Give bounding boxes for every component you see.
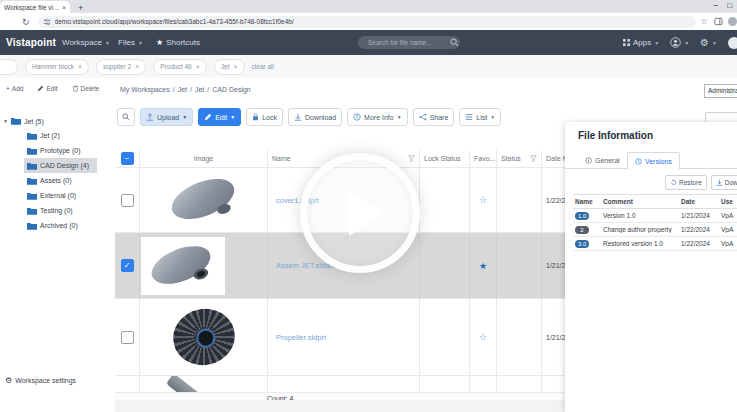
tree-item-prototype[interactable]: Prototype (0) <box>24 143 97 158</box>
version-row[interactable]: 2 Change author property 1/22/2024 VpA <box>573 223 737 237</box>
thumbnail-cell <box>140 376 268 392</box>
delete-folder-button[interactable]: Delete <box>72 85 100 92</box>
search-input[interactable] <box>366 38 452 47</box>
filter-chip[interactable]: Product 46 × <box>153 59 207 75</box>
thumbnail-cell <box>140 168 268 232</box>
filter-chip-partial[interactable] <box>0 59 18 75</box>
filter-chip-label: Product 46 <box>160 63 191 70</box>
row-checkbox[interactable]: ✓ <box>121 259 134 272</box>
user-menu[interactable]: ▼ <box>670 37 689 48</box>
breadcrumb-item[interactable]: Jet <box>195 86 204 93</box>
chevron-down-icon: ▼ <box>182 114 187 120</box>
share-button[interactable]: Share <box>413 108 455 126</box>
clear-all-filters[interactable]: clear all <box>252 63 274 70</box>
list-view-button[interactable]: List ▼ <box>459 108 501 126</box>
file-toolbar: Upload ▼ Edit ▼ Lock Download Mo <box>117 108 501 126</box>
filter-chip[interactable]: Hammer block × <box>25 59 89 75</box>
remove-chip-icon[interactable]: × <box>135 63 139 70</box>
lock-label: Lock <box>262 114 277 121</box>
filter-chip[interactable]: Jet × <box>214 59 245 75</box>
address-bar[interactable]: demo.vistapoint.cloud/app/workspace/file… <box>38 16 696 28</box>
breadcrumb-item[interactable]: My Workspaces <box>120 86 170 93</box>
column-header-favorite[interactable]: Favo... <box>470 150 497 167</box>
file-name-link[interactable]: Propeller.sldprt <box>268 333 326 342</box>
administrator-field[interactable]: Administrato <box>704 84 737 98</box>
remove-chip-icon[interactable]: × <box>196 63 200 70</box>
avatar[interactable] <box>728 37 737 49</box>
breadcrumb-item[interactable]: CAD Design <box>212 86 251 93</box>
edit-button[interactable]: Edit ▼ <box>198 108 241 126</box>
edit-folder-button[interactable]: Edit <box>37 85 57 92</box>
column-header-label: Status <box>501 155 521 162</box>
version-row[interactable]: 1.0 Version 1.0 1/21/2024 VpA <box>573 209 737 223</box>
new-tab-button[interactable]: + <box>78 3 83 13</box>
search-icon[interactable] <box>450 38 459 47</box>
tree-item-assets[interactable]: Assets (0) <box>24 173 97 188</box>
browser-profile-avatar[interactable] <box>728 17 737 26</box>
window-maximize-button[interactable]: □ <box>727 1 732 10</box>
star-outline-icon[interactable]: ☆ <box>479 332 487 342</box>
version-row[interactable]: 3.0 Restored version 1.0 1/22/2024 VpA <box>573 237 737 251</box>
tab-versions[interactable]: Versions <box>627 152 680 170</box>
select-all-checkbox[interactable]: − <box>121 152 134 165</box>
menu-files[interactable]: Files ▼ <box>118 38 143 47</box>
filter-funnel-icon[interactable] <box>408 155 415 162</box>
part-thumbnail-cone-assembly <box>146 241 220 291</box>
bookmark-star-icon[interactable]: ☆ <box>701 17 708 26</box>
status-cell <box>497 299 542 375</box>
share-label: Share <box>430 114 449 121</box>
upload-icon <box>146 113 154 121</box>
row-checkbox-cell <box>115 299 140 375</box>
filter-funnel-icon[interactable] <box>530 155 537 162</box>
app-logo[interactable]: Vistapoint <box>6 37 56 48</box>
star-outline-icon[interactable]: ☆ <box>479 195 487 205</box>
settings-menu[interactable]: ⚙ ▼ <box>700 37 717 48</box>
tree-item-external[interactable]: External (0) <box>24 188 97 203</box>
menu-shortcuts[interactable]: ★ Shortcuts <box>156 38 200 47</box>
side-panel-icon[interactable] <box>714 17 723 26</box>
lock-button[interactable]: Lock <box>246 108 283 126</box>
video-play-overlay[interactable] <box>300 153 420 273</box>
browser-tab[interactable]: Workspace file viewer × <box>0 1 70 13</box>
column-header-image[interactable]: Image <box>140 150 268 167</box>
tab-close-icon[interactable]: × <box>62 4 66 11</box>
tab-general[interactable]: General <box>578 152 627 168</box>
download-button[interactable]: Download <box>288 108 342 126</box>
row-checkbox[interactable] <box>121 194 134 207</box>
remove-chip-icon[interactable]: × <box>78 63 82 70</box>
chevron-down-icon[interactable]: ▼ <box>3 118 8 124</box>
tree-item-testing[interactable]: Testing (0) <box>24 203 97 218</box>
tree-item-jet[interactable]: Jet (2) <box>24 128 97 143</box>
tree-root-jet[interactable]: ▼ Jet (5) <box>0 114 115 128</box>
panel-actions: Restore Downl <box>665 175 737 190</box>
site-settings-icon[interactable] <box>43 18 51 26</box>
favorite-cell: ☆ <box>470 168 497 232</box>
breadcrumb-item[interactable]: Jet <box>178 86 187 93</box>
restore-button[interactable]: Restore <box>665 175 707 190</box>
row-checkbox[interactable] <box>121 331 134 344</box>
download-label: Download <box>305 114 336 121</box>
list-label: List <box>476 114 487 121</box>
table-search-button[interactable] <box>117 108 135 126</box>
tree-item-cad-design[interactable]: CAD Design (4) <box>24 158 97 173</box>
reload-icon[interactable]: ↻ <box>22 17 30 27</box>
file-information-panel: File Information General Versions Resto <box>565 122 737 412</box>
remove-chip-icon[interactable]: × <box>233 63 237 70</box>
upload-button[interactable]: Upload ▼ <box>140 108 193 126</box>
tree-item-archived[interactable]: Archived (0) <box>24 218 97 233</box>
add-folder-button[interactable]: + Add <box>6 85 23 92</box>
info-icon <box>353 113 361 121</box>
filter-chip[interactable]: supplier 2 × <box>96 59 146 75</box>
more-info-button[interactable]: More Info ▼ <box>347 108 408 126</box>
star-filled-icon[interactable]: ★ <box>479 261 487 271</box>
column-header-lock-status[interactable]: Lock Status <box>420 150 470 167</box>
column-header-status[interactable]: Status <box>497 150 542 167</box>
apps-menu[interactable]: Apps ▼ <box>623 38 659 47</box>
tree-item-label: CAD Design (4) <box>40 162 89 169</box>
global-search[interactable] <box>358 36 460 49</box>
window-minimize-button[interactable]: − <box>713 1 718 10</box>
download-version-button[interactable]: Downl <box>711 175 737 190</box>
menu-workspace[interactable]: Workspace ▼ <box>62 38 110 47</box>
edit-label: Edit <box>215 114 227 121</box>
workspace-settings-button[interactable]: ⚙ Workspace settings <box>5 376 76 385</box>
